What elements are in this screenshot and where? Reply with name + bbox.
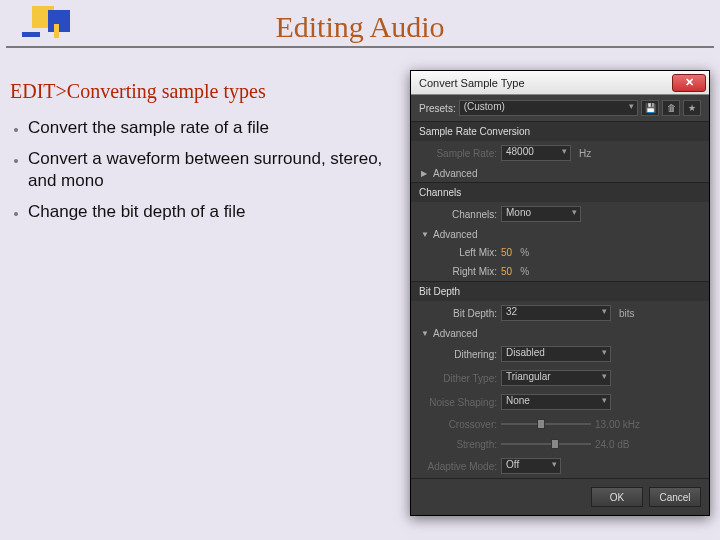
- convert-sample-type-dialog: Convert Sample Type ✕ Presets: (Custom) …: [410, 70, 710, 516]
- close-button[interactable]: ✕: [672, 74, 706, 92]
- right-mix-unit: %: [520, 266, 529, 277]
- presets-select[interactable]: (Custom): [459, 100, 638, 116]
- dither-type-select: Triangular: [501, 370, 611, 386]
- dither-type-value: Triangular: [506, 371, 551, 382]
- trash-icon: 🗑: [667, 103, 676, 113]
- delete-preset-button[interactable]: 🗑: [662, 100, 680, 116]
- dithering-select[interactable]: Disabled: [501, 346, 611, 362]
- left-mix-unit: %: [520, 247, 529, 258]
- strength-value: 24.0 dB: [595, 439, 629, 450]
- bit-depth-value: 32: [506, 306, 517, 317]
- chevron-down-icon: ▼: [421, 230, 429, 239]
- bullet-item: Convert a waveform between surround, ste…: [28, 148, 410, 191]
- dialog-title: Convert Sample Type: [419, 77, 525, 89]
- left-mix-label: Left Mix:: [421, 247, 497, 258]
- slide-logo: [14, 6, 72, 48]
- sample-rate-unit: Hz: [579, 148, 591, 159]
- chevron-down-icon: ▼: [421, 329, 429, 338]
- bit-depth-advanced-toggle[interactable]: ▼ Advanced: [411, 325, 709, 342]
- slide-title: Editing Audio: [0, 0, 720, 44]
- dithering-value: Disabled: [506, 347, 545, 358]
- slide-subheading: EDIT>Converting sample types: [10, 80, 410, 103]
- advanced-label: Advanced: [433, 328, 477, 339]
- crossover-label: Crossover:: [421, 419, 497, 430]
- bullet-list: Convert the sample rate of a file Conver…: [10, 117, 410, 222]
- sample-rate-section-heading: Sample Rate Conversion: [411, 121, 709, 141]
- advanced-label: Advanced: [433, 168, 477, 179]
- noise-shaping-select: None: [501, 394, 611, 410]
- dialog-footer: OK Cancel: [411, 478, 709, 515]
- channels-value: Mono: [506, 207, 531, 218]
- channels-section-heading: Channels: [411, 182, 709, 202]
- sample-rate-advanced-toggle[interactable]: ▶ Advanced: [411, 165, 709, 182]
- sample-rate-value: 48000: [506, 146, 534, 157]
- cancel-label: Cancel: [659, 492, 690, 503]
- strength-slider: [501, 438, 591, 450]
- right-mix-value[interactable]: 50: [501, 266, 512, 277]
- slide-content: EDIT>Converting sample types Convert the…: [10, 80, 410, 232]
- dialog-titlebar: Convert Sample Type ✕: [411, 71, 709, 95]
- crossover-value: 13.00 kHz: [595, 419, 640, 430]
- presets-value: (Custom): [464, 101, 505, 112]
- advanced-label: Advanced: [433, 229, 477, 240]
- adaptive-mode-select: Off: [501, 458, 561, 474]
- channels-label: Channels:: [421, 209, 497, 220]
- strength-label: Strength:: [421, 439, 497, 450]
- dithering-label: Dithering:: [421, 349, 497, 360]
- bit-depth-select[interactable]: 32: [501, 305, 611, 321]
- sample-rate-label: Sample Rate:: [421, 148, 497, 159]
- right-mix-label: Right Mix:: [421, 266, 497, 277]
- presets-label: Presets:: [419, 103, 456, 114]
- ok-label: OK: [610, 492, 624, 503]
- save-icon: 💾: [645, 103, 656, 113]
- crossover-slider: [501, 418, 591, 430]
- bullet-item: Convert the sample rate of a file: [28, 117, 410, 138]
- bit-depth-label: Bit Depth:: [421, 308, 497, 319]
- title-divider: [6, 46, 714, 48]
- channels-select[interactable]: Mono: [501, 206, 581, 222]
- bullet-item: Change the bit depth of a file: [28, 201, 410, 222]
- star-icon: ★: [688, 103, 696, 113]
- sample-rate-select[interactable]: 48000: [501, 145, 571, 161]
- save-preset-button[interactable]: 💾: [641, 100, 659, 116]
- noise-shaping-value: None: [506, 395, 530, 406]
- channels-advanced-toggle[interactable]: ▼ Advanced: [411, 226, 709, 243]
- cancel-button[interactable]: Cancel: [649, 487, 701, 507]
- left-mix-value[interactable]: 50: [501, 247, 512, 258]
- adaptive-mode-label: Adaptive Mode:: [421, 461, 497, 472]
- dither-type-label: Dither Type:: [421, 373, 497, 384]
- adaptive-mode-value: Off: [506, 459, 519, 470]
- noise-shaping-label: Noise Shaping:: [421, 397, 497, 408]
- chevron-right-icon: ▶: [421, 169, 429, 178]
- bit-depth-unit: bits: [619, 308, 635, 319]
- close-icon: ✕: [685, 76, 694, 89]
- presets-bar: Presets: (Custom) 💾 🗑 ★: [411, 95, 709, 121]
- bit-depth-section-heading: Bit Depth: [411, 281, 709, 301]
- favorite-preset-button[interactable]: ★: [683, 100, 701, 116]
- ok-button[interactable]: OK: [591, 487, 643, 507]
